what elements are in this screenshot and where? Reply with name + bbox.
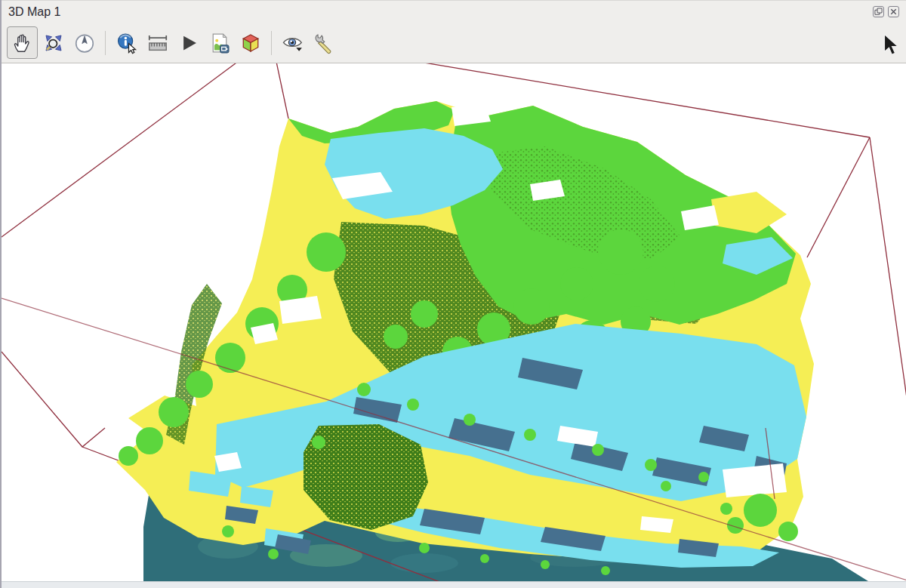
identify-button[interactable] (111, 26, 142, 59)
save-as-image-button[interactable] (204, 26, 235, 59)
zoom-extent-icon (42, 32, 65, 54)
eye-icon (281, 32, 305, 54)
float-window-button[interactable] (873, 6, 884, 17)
point-cloud (116, 101, 814, 575)
toolbar-separator (105, 31, 106, 55)
cube-icon (239, 32, 262, 54)
window-controls (873, 6, 899, 17)
identify-icon (116, 32, 138, 54)
compass-icon (73, 32, 96, 54)
rotate-camera-button[interactable] (69, 26, 100, 59)
close-icon (889, 8, 898, 16)
panel-bottom-edge (2, 581, 906, 588)
panel-title: 3D Map 1 (8, 5, 60, 19)
zoom-full-extent-button[interactable] (38, 26, 69, 59)
configure-button[interactable] (308, 26, 339, 59)
hand-icon (11, 32, 34, 54)
export-image-icon (208, 32, 231, 54)
toolbar-separator (271, 31, 272, 55)
wrench-icon (313, 32, 335, 54)
panel-titlebar[interactable]: 3D Map 1 (2, 0, 906, 23)
camera-view-menu-button[interactable] (277, 26, 308, 59)
3d-map-toolbar (2, 23, 906, 63)
3d-scene (2, 63, 906, 581)
export-3d-scene-button[interactable] (235, 26, 266, 59)
animations-button[interactable] (173, 26, 204, 59)
float-panel-icon (874, 8, 883, 16)
3d-viewport[interactable] (2, 63, 906, 581)
ruler-icon (146, 32, 169, 54)
close-window-button[interactable] (888, 6, 899, 17)
play-icon (177, 32, 200, 54)
camera-pan-button[interactable] (7, 26, 38, 59)
measure-line-button[interactable] (142, 26, 173, 59)
chevron-down-icon (296, 48, 302, 51)
3d-map-panel: 3D Map 1 (0, 0, 906, 588)
